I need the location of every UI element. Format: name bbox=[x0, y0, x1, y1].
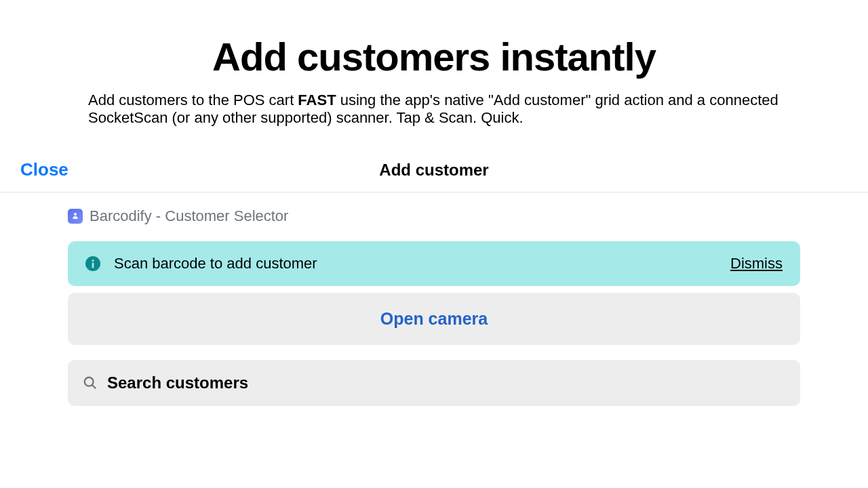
search-customers-bar[interactable] bbox=[68, 360, 800, 406]
app-icon bbox=[68, 209, 83, 224]
svg-rect-2 bbox=[92, 262, 94, 268]
svg-point-1 bbox=[92, 260, 94, 262]
svg-line-4 bbox=[92, 385, 96, 388]
dismiss-button[interactable]: Dismiss bbox=[730, 255, 783, 272]
hero-subtitle-fast: FAST bbox=[298, 92, 336, 108]
app-label-row: Barcodify - Customer Selector bbox=[68, 207, 800, 225]
open-camera-label: Open camera bbox=[380, 309, 488, 328]
search-input[interactable] bbox=[107, 373, 785, 392]
open-camera-button[interactable]: Open camera bbox=[68, 293, 800, 345]
hero-subtitle-before: Add customers to the POS cart bbox=[88, 92, 298, 108]
svg-point-0 bbox=[74, 213, 77, 216]
hero-title: Add customers instantly bbox=[88, 34, 780, 79]
banner-left: Scan barcode to add customer bbox=[85, 255, 317, 272]
modal-title: Add customer bbox=[20, 161, 848, 180]
app-name: Barcodify - Customer Selector bbox=[90, 207, 288, 225]
hero-subtitle: Add customers to the POS cart FAST using… bbox=[88, 92, 780, 127]
banner-text: Scan barcode to add customer bbox=[114, 255, 317, 272]
scan-info-banner: Scan barcode to add customer Dismiss bbox=[68, 241, 800, 286]
search-icon bbox=[83, 375, 98, 390]
svg-point-3 bbox=[85, 378, 94, 386]
info-icon bbox=[85, 256, 100, 271]
close-button[interactable]: Close bbox=[20, 159, 68, 180]
hero-section: Add customers instantly Add customers to… bbox=[0, 0, 868, 147]
modal-header: Close Add customer bbox=[0, 147, 868, 192]
modal-content: Barcodify - Customer Selector Scan barco… bbox=[0, 192, 868, 406]
